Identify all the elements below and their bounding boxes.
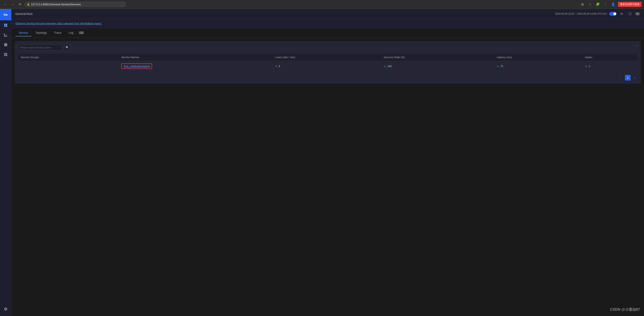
main-content: General-Root 2024-05-26 14:20 ~ 2024-05-… [11, 9, 644, 316]
load-trend: ∿ 6 [275, 65, 378, 68]
forward-button[interactable]: → [10, 2, 16, 7]
menu-icon[interactable]: ⋮ [602, 2, 608, 7]
cell-apdex: ∿ 1 [582, 61, 638, 72]
cell-success-rate: ∿ 100 [381, 61, 494, 72]
next-page-button[interactable]: › [632, 75, 638, 81]
restart-button[interactable]: 重新启动即可更新 [618, 2, 642, 7]
tab-log[interactable]: Log [65, 30, 76, 36]
search-icon: 🔍 [66, 46, 69, 49]
search-input[interactable] [18, 45, 62, 50]
load-trend-icon: ∿ [275, 65, 278, 68]
edit-icon[interactable]: ⌨ [77, 29, 85, 36]
tabs-bar: Service Topology Trace Log ⌨ [11, 28, 644, 38]
refresh-icon[interactable]: ⟳ [619, 11, 625, 17]
url-text: 127.0.0.1:60001/General-Service/Services [31, 3, 81, 6]
latency-trend: ∿ 73 [496, 65, 579, 68]
col-service-groups: Service Groups [18, 54, 118, 61]
service-name-highlight: Your_ApplicationName [121, 63, 152, 69]
top-bar-right: 2024-05-26 14:20 ~ 2024-05-26 14:50 UTC+… [555, 11, 640, 17]
browser-bar: ← → ⟳ 🔒 127.0.0.1:60001/General-Service/… [0, 0, 644, 9]
service-name-link[interactable]: Your_ApplicationName [123, 65, 150, 68]
success-trend: ∿ 100 [384, 65, 491, 68]
refresh-button[interactable]: ⟳ [17, 2, 23, 7]
table-row: Your_ApplicationName ∿ 6 [18, 61, 638, 72]
sidebar-logo[interactable]: Sw [0, 9, 11, 20]
cell-service-name: Your_ApplicationName [118, 61, 272, 72]
tab-service[interactable]: Service [16, 30, 32, 36]
translate-icon[interactable]: ⊞ [580, 2, 585, 7]
content-panel: ⋮ 🔍 Service Groups Service Names Load (c… [11, 38, 644, 316]
services-table: Service Groups Service Names Load (calls… [18, 54, 638, 72]
chart-icon [4, 33, 8, 37]
profile-icon[interactable]: 👤 [610, 2, 616, 7]
search-row: 🔍 [18, 44, 638, 50]
address-bar[interactable]: 🔒 127.0.0.1:60001/General-Service/Servic… [24, 2, 126, 7]
sidebar-item-chart[interactable] [0, 30, 11, 40]
theme-toggle[interactable] [609, 12, 616, 16]
col-load: Load (calls / min) [272, 54, 381, 61]
cell-service-group [18, 61, 118, 72]
tab-trace[interactable]: Trace [51, 30, 64, 36]
settings-top-icon[interactable]: ⓘ [627, 11, 633, 17]
prev-page-button[interactable]: ‹ [618, 75, 624, 81]
tab-topology[interactable]: Topology [32, 30, 50, 36]
col-latency: Latency (ms) [494, 54, 582, 61]
sidebar-item-widgets[interactable] [0, 50, 11, 59]
alert-icon [4, 43, 8, 47]
latency-trend-icon: ∿ [496, 65, 499, 68]
v-badge: V [635, 12, 640, 16]
cell-latency: ∿ 73 [494, 61, 582, 72]
cell-load: ∿ 6 [272, 61, 381, 72]
col-apdex: Apdex [582, 54, 638, 61]
top-bar: General-Root 2024-05-26 14:20 ~ 2024-05-… [11, 9, 644, 19]
notice-bar: Observe Service through telemetry data c… [11, 19, 644, 28]
settings-icon [4, 307, 8, 311]
back-button[interactable]: ← [2, 2, 8, 7]
browser-actions: ⊞ ☆ 🧩 ⋮ 👤 重新启动即可更新 [580, 2, 642, 7]
extensions-icon[interactable]: 🧩 [595, 2, 600, 7]
star-icon[interactable]: ☆ [587, 2, 593, 7]
app-title: General-Root [16, 12, 32, 16]
watermark: CSDN @小道仙97 [610, 307, 640, 312]
notice-link[interactable]: Observe Service through telemetry data c… [16, 22, 102, 25]
search-button[interactable]: 🔍 [64, 44, 70, 50]
header-bar: General-Root 2024-05-26 14:20 ~ 2024-05-… [11, 9, 644, 19]
widgets-icon [4, 53, 8, 57]
datetime-display: 2024-05-26 14:20 ~ 2024-05-26 14:50 UTC+… [555, 13, 607, 15]
apdex-trend-icon: ∿ [585, 65, 587, 68]
lock-icon: 🔒 [27, 3, 30, 6]
sidebar-item-alert[interactable] [0, 40, 11, 50]
app-container: Sw [0, 9, 644, 316]
col-success-rate: Success Rate (%) [381, 54, 494, 61]
grid-icon [4, 23, 8, 27]
page-1-button[interactable]: 1 [625, 75, 630, 81]
panel-card: ⋮ 🔍 Service Groups Service Names Load (c… [14, 41, 641, 84]
pagination: ‹ 1 › [18, 75, 638, 81]
panel-menu-dots[interactable]: ⋮ [635, 44, 638, 47]
sidebar-item-settings[interactable] [0, 304, 11, 314]
sidebar: Sw [0, 9, 11, 316]
apdex-trend: ∿ 1 [585, 65, 635, 68]
col-service-names: Service Names [118, 54, 272, 61]
sidebar-item-dashboard[interactable] [0, 20, 11, 30]
success-trend-icon: ∿ [384, 65, 386, 68]
